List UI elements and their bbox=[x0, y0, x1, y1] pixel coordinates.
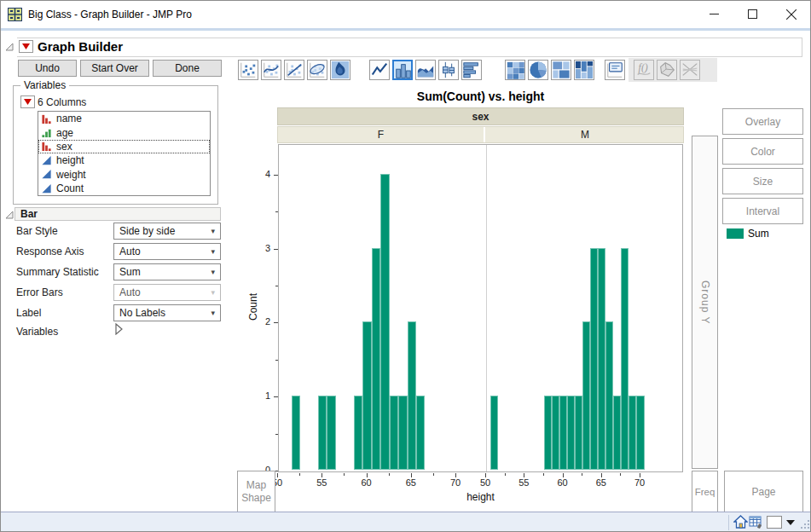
label-dropdown[interactable]: No Labels▾ bbox=[113, 304, 221, 321]
minimize-icon bbox=[710, 9, 719, 19]
points-icon[interactable] bbox=[238, 60, 258, 80]
bar-F-60[interactable] bbox=[362, 321, 371, 470]
treemap-icon[interactable] bbox=[551, 60, 571, 80]
x-tick-label: 65 bbox=[399, 477, 423, 488]
line-of-fit-icon[interactable] bbox=[284, 60, 304, 80]
dropdown-value: Sum bbox=[119, 266, 141, 278]
caption-box-icon[interactable] bbox=[605, 60, 625, 80]
color-swatch[interactable] bbox=[767, 516, 782, 529]
bar-M-65[interactable] bbox=[598, 248, 605, 470]
edit-table-icon[interactable] bbox=[749, 515, 763, 529]
outline-disclosure-icon[interactable] bbox=[4, 42, 14, 52]
red-triangle-menu-button[interactable] bbox=[19, 40, 33, 53]
pie-icon[interactable] bbox=[528, 60, 548, 80]
overlay-drop-zone[interactable]: Overlay bbox=[722, 108, 803, 135]
variables-expander-icon[interactable] bbox=[114, 323, 124, 335]
minimize-button[interactable] bbox=[695, 1, 733, 27]
legend-swatch[interactable] bbox=[727, 228, 744, 239]
x-minor-tick bbox=[620, 473, 621, 476]
line-icon[interactable] bbox=[369, 60, 390, 80]
bar-F-61[interactable] bbox=[372, 248, 380, 470]
plot-area[interactable] bbox=[278, 144, 683, 472]
close-icon bbox=[786, 9, 797, 20]
bar-F-52[interactable] bbox=[292, 396, 300, 470]
y-tick bbox=[274, 249, 278, 250]
bar-M-58[interactable] bbox=[544, 396, 552, 470]
bar-style-dropdown[interactable]: Side by side▾ bbox=[113, 223, 221, 240]
response-axis-dropdown[interactable]: Auto▾ bbox=[113, 243, 221, 260]
group-y-drop-zone[interactable]: Group Y bbox=[692, 136, 718, 469]
group-level-f[interactable]: F bbox=[278, 127, 485, 142]
variables-panel-title: Variables bbox=[20, 79, 69, 91]
bar-M-59[interactable] bbox=[552, 396, 559, 470]
outline-header bbox=[17, 38, 802, 57]
group-variable-band[interactable]: sex bbox=[277, 107, 684, 125]
bar-M-66[interactable] bbox=[605, 321, 613, 470]
bar-M-67[interactable] bbox=[613, 396, 621, 470]
x-minor-tick bbox=[505, 473, 506, 476]
columns-red-triangle-button[interactable] bbox=[20, 95, 35, 108]
start-over-button[interactable]: Start Over bbox=[80, 60, 149, 77]
bar-F-65[interactable] bbox=[408, 321, 416, 470]
column-item-Count[interactable]: Count bbox=[38, 182, 210, 195]
bar-M-63[interactable] bbox=[582, 321, 590, 470]
chevron-down-icon: ▾ bbox=[211, 309, 215, 317]
x-axis-title[interactable]: height bbox=[278, 491, 683, 503]
bar-F-64[interactable] bbox=[398, 396, 407, 470]
bar-F-55[interactable] bbox=[318, 396, 327, 470]
x-minor-tick bbox=[543, 473, 544, 476]
summary-statistic-dropdown[interactable]: Sum▾ bbox=[113, 263, 221, 280]
bar-icon[interactable] bbox=[392, 60, 413, 80]
contour-icon[interactable] bbox=[330, 60, 350, 80]
bar-M-68[interactable] bbox=[621, 248, 629, 470]
done-button[interactable]: Done bbox=[153, 60, 222, 77]
map-shape-drop-zone[interactable]: MapShape bbox=[237, 471, 275, 512]
freq-drop-zone[interactable]: Freq bbox=[692, 471, 718, 512]
chevron-down-icon: ▾ bbox=[211, 288, 215, 297]
x-tick-label: 55 bbox=[512, 477, 536, 488]
close-button[interactable] bbox=[772, 1, 810, 27]
bar-M-51[interactable] bbox=[490, 396, 498, 470]
x-tick-label: 50 bbox=[473, 477, 497, 488]
mosaic-icon[interactable] bbox=[574, 60, 594, 80]
maximize-button[interactable] bbox=[733, 1, 772, 27]
bar-F-66[interactable] bbox=[416, 396, 425, 470]
bar-M-70[interactable] bbox=[636, 396, 644, 470]
heatmap-icon[interactable] bbox=[505, 60, 525, 80]
bar-M-62[interactable] bbox=[575, 396, 582, 470]
red-triangle-icon bbox=[22, 43, 30, 49]
size-drop-zone[interactable]: Size bbox=[722, 168, 803, 194]
formula-icon: f() bbox=[634, 60, 654, 80]
bar-F-59[interactable] bbox=[354, 396, 362, 470]
dropdown-arrow-icon[interactable] bbox=[786, 520, 795, 525]
bar-M-64[interactable] bbox=[590, 248, 598, 470]
bar-F-63[interactable] bbox=[390, 396, 398, 470]
bar-F-62[interactable] bbox=[380, 174, 389, 470]
column-label: height bbox=[56, 154, 84, 166]
bar-panel-header[interactable]: Bar bbox=[14, 207, 221, 221]
bar-F-56[interactable] bbox=[327, 396, 335, 470]
error-bars-dropdown[interactable]: Auto▾ bbox=[113, 284, 221, 301]
column-item-name[interactable]: name bbox=[38, 112, 210, 125]
ellipse-icon[interactable] bbox=[307, 60, 327, 80]
interval-drop-zone[interactable]: Interval bbox=[722, 198, 803, 224]
column-item-weight[interactable]: weight bbox=[38, 168, 210, 182]
continuous-column-icon bbox=[41, 169, 53, 180]
bar-M-61[interactable] bbox=[567, 396, 575, 470]
column-item-sex[interactable]: sex bbox=[38, 140, 210, 153]
column-item-age[interactable]: age bbox=[38, 125, 210, 139]
column-item-height[interactable]: height bbox=[38, 153, 210, 167]
x-minor-tick bbox=[582, 473, 582, 476]
area-icon[interactable] bbox=[415, 60, 436, 80]
home-icon[interactable] bbox=[733, 515, 748, 529]
page-drop-zone[interactable]: Page bbox=[724, 471, 803, 512]
group-level-m[interactable]: M bbox=[487, 127, 683, 142]
undo-button[interactable]: Undo bbox=[18, 60, 77, 77]
bar-panel-disclosure-icon[interactable] bbox=[4, 210, 14, 220]
color-drop-zone[interactable]: Color bbox=[722, 138, 803, 165]
box-plot-icon[interactable] bbox=[438, 60, 459, 80]
bar-M-69[interactable] bbox=[629, 396, 636, 470]
smoother-icon[interactable] bbox=[261, 60, 281, 80]
bar-h-icon[interactable] bbox=[461, 60, 482, 80]
bar-M-60[interactable] bbox=[559, 396, 567, 470]
